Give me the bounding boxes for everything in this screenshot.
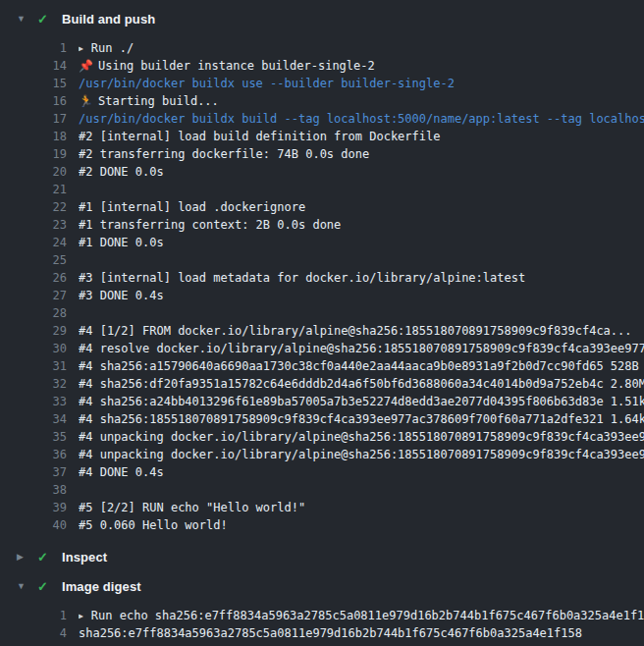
log-line-number[interactable]: 40 — [20, 516, 67, 534]
log-line-number[interactable]: 4 — [20, 624, 67, 642]
log-line: 16 🏃Starting build... — [0, 92, 644, 110]
log-line-text: ▶Run echo sha256:e7ff8834a5963a2785c5a08… — [79, 607, 644, 624]
log-line-text: #4 unpacking docker.io/library/alpine@sh… — [79, 428, 644, 446]
log-line: 17 /usr/bin/docker buildx build --tag lo… — [0, 110, 644, 128]
log-line: 25 — [0, 251, 644, 269]
log-line: 33 #4 sha256:a24bb4013296f61e89ba57005a7… — [0, 393, 644, 410]
log-line-text: #4 [1/2] FROM docker.io/library/alpine@s… — [79, 322, 644, 340]
log-line-text: #2 [internal] load build definition from… — [79, 128, 644, 145]
log-line: 38 — [0, 481, 644, 499]
log-line-text: sha256:e7ff8834a5963a2785c5a0811e979d16b… — [79, 624, 644, 642]
log-line: 23 #1 transferring context: 2B 0.0s done — [0, 216, 644, 234]
log-line-text: #4 unpacking docker.io/library/alpine@sh… — [79, 446, 644, 463]
log-line-number[interactable]: 33 — [20, 393, 67, 410]
log-line-text: /usr/bin/docker buildx use --builder bui… — [79, 75, 644, 92]
log-line-number[interactable]: 37 — [20, 463, 67, 481]
log-line-number[interactable]: 16 — [20, 92, 67, 110]
log-line-text — [79, 181, 644, 198]
log-line-number[interactable]: 27 — [20, 287, 67, 304]
log-line: 18 #2 [internal] load build definition f… — [0, 128, 644, 145]
success-check-icon: ✓ — [37, 13, 52, 26]
runner-emoji: 🏃 — [79, 94, 93, 108]
section-log-lines: 1 ▶Run ./ 14 📌Using builder instance bui… — [0, 33, 644, 542]
section-title[interactable]: Inspect — [62, 550, 107, 565]
log-line-text: #1 [internal] load .dockerignore — [79, 198, 644, 216]
log-line: 21 — [0, 181, 644, 198]
log-line-number[interactable]: 17 — [20, 110, 67, 128]
expand-group-icon[interactable]: ▶ — [79, 608, 83, 624]
log-line: 39 #5 [2/2] RUN echo "Hello world!" — [0, 499, 644, 516]
log-line-text: #5 0.060 Hello world! — [79, 516, 644, 534]
log-line-number[interactable]: 20 — [20, 163, 67, 181]
log-line-text: #4 sha256:a15790640a6690aa1730c38cf0a440… — [79, 357, 644, 375]
log-line-number[interactable]: 32 — [20, 375, 67, 393]
log-line-number[interactable]: 1 — [20, 607, 67, 624]
log-line-number[interactable]: 38 — [20, 481, 67, 499]
log-line: 1 ▶Run echo sha256:e7ff8834a5963a2785c5a… — [0, 607, 644, 624]
log-section: ▶ ✓ Inspect — [0, 542, 644, 571]
log-line-text: 🏃Starting build... — [79, 92, 644, 110]
log-line-text — [79, 481, 644, 499]
pushpin-emoji: 📌 — [79, 59, 93, 73]
log-line-number[interactable]: 39 — [20, 499, 67, 516]
log-line: 31 #4 sha256:a15790640a6690aa1730c38cf0a… — [0, 357, 644, 375]
log-line-text: /usr/bin/docker buildx build --tag local… — [79, 110, 644, 128]
log-line: 40 #5 0.060 Hello world! — [0, 516, 644, 534]
log-line-text: ▶Run ./ — [79, 39, 644, 57]
log-line: 36 #4 unpacking docker.io/library/alpine… — [0, 446, 644, 463]
log-line: 27 #3 DONE 0.4s — [0, 287, 644, 304]
log-line-number[interactable]: 22 — [20, 198, 67, 216]
expand-group-icon[interactable]: ▶ — [79, 40, 83, 57]
log-line-number[interactable]: 30 — [20, 340, 67, 357]
log-line-number[interactable]: 29 — [20, 322, 67, 340]
section-header-inspect[interactable]: ▶ ✓ Inspect — [0, 542, 644, 571]
log-line: 19 #2 transferring dockerfile: 74B 0.0s … — [0, 145, 644, 163]
log-line-text: #2 DONE 0.0s — [79, 163, 644, 181]
log-line-text: #2 transferring dockerfile: 74B 0.0s don… — [79, 145, 644, 163]
log-line: 1 ▶Run ./ — [0, 39, 644, 57]
log-line: 20 #2 DONE 0.0s — [0, 163, 644, 181]
log-section: ▼ ✓ Build and push 1 ▶Run ./ 14 📌Using b… — [0, 4, 644, 542]
log-line-text: #1 transferring context: 2B 0.0s done — [79, 216, 644, 234]
log-line: 15 /usr/bin/docker buildx use --builder … — [0, 75, 644, 92]
log-line-number[interactable]: 26 — [20, 269, 67, 287]
log-line: 14 📌Using builder instance builder-singl… — [0, 57, 644, 75]
log-line-text: #3 DONE 0.4s — [79, 287, 644, 304]
section-title[interactable]: Image digest — [62, 579, 141, 594]
log-line-number[interactable]: 19 — [20, 145, 67, 163]
log-line-number[interactable]: 24 — [20, 234, 67, 251]
section-toggle-icon[interactable]: ▼ — [17, 15, 30, 24]
log-line-number[interactable]: 25 — [20, 251, 67, 269]
log-line: 32 #4 sha256:df20fa9351a15782c64e6dddb2d… — [0, 375, 644, 393]
log-line-text: #3 [internal] load metadata for docker.i… — [79, 269, 644, 287]
log-line-number[interactable]: 35 — [20, 428, 67, 446]
log-line-text: #4 sha256:185518070891758909c9f839cf4ca3… — [79, 410, 644, 428]
log-line-number[interactable]: 1 — [20, 39, 67, 57]
log-line: 34 #4 sha256:185518070891758909c9f839cf4… — [0, 410, 644, 428]
log-line-text: #4 resolve docker.io/library/alpine@sha2… — [79, 340, 644, 357]
log-line-text: #5 [2/2] RUN echo "Hello world!" — [79, 499, 644, 516]
log-line-text — [79, 251, 644, 269]
actions-log-viewer: ▼ ✓ Build and push 1 ▶Run ./ 14 📌Using b… — [0, 4, 644, 646]
log-line-number[interactable]: 23 — [20, 216, 67, 234]
section-header-image-digest[interactable]: ▼ ✓ Image digest — [0, 571, 644, 601]
success-check-icon: ✓ — [37, 580, 52, 593]
log-line-text: #1 DONE 0.0s — [79, 234, 644, 251]
section-header-build-and-push[interactable]: ▼ ✓ Build and push — [0, 4, 644, 33]
log-line-number[interactable]: 28 — [20, 304, 67, 322]
section-title[interactable]: Build and push — [62, 12, 155, 27]
log-line-text: #4 sha256:a24bb4013296f61e89ba57005a7b3e… — [79, 393, 644, 410]
log-line-number[interactable]: 31 — [20, 357, 67, 375]
section-toggle-icon[interactable]: ▼ — [17, 582, 30, 591]
log-line-number[interactable]: 34 — [20, 410, 67, 428]
log-line-number[interactable]: 36 — [20, 446, 67, 463]
log-line-number[interactable]: 18 — [20, 128, 67, 145]
log-line-text: #4 DONE 0.4s — [79, 463, 644, 481]
log-line: 37 #4 DONE 0.4s — [0, 463, 644, 481]
log-line-number[interactable]: 21 — [20, 181, 67, 198]
log-line-number[interactable]: 14 — [20, 57, 67, 75]
log-line-number[interactable]: 15 — [20, 75, 67, 92]
log-line: 26 #3 [internal] load metadata for docke… — [0, 269, 644, 287]
section-toggle-icon[interactable]: ▶ — [17, 553, 30, 562]
log-line: 28 — [0, 304, 644, 322]
